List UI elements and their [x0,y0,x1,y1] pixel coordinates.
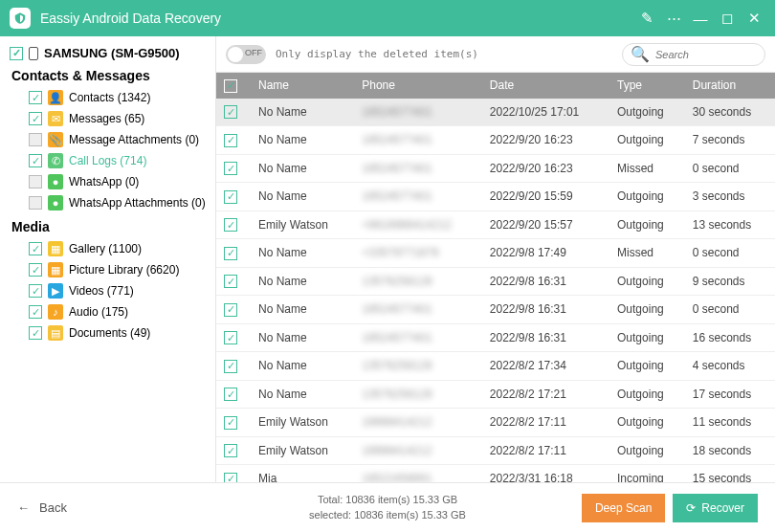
deep-scan-button[interactable]: Deep Scan [582,494,665,522]
cell-type: Outgoing [609,211,685,239]
cell-date: 2022/8/2 17:11 [482,436,609,465]
select-all-checkbox[interactable] [224,79,237,93]
item-label: Gallery (1100) [69,242,142,255]
category-icon: ✆ [48,153,63,168]
row-checkbox[interactable] [224,105,237,119]
table-row[interactable]: No Name185245774012022/9/8 16:31Outgoing… [216,323,775,352]
cell-name: Emily Watson [251,211,354,239]
sidebar-item[interactable]: ▤Documents (49) [10,322,210,344]
cell-phone: 18988414212 [354,436,482,465]
sidebar-item[interactable]: ♪Audio (175) [10,301,210,322]
table-row[interactable]: No Name135762581282022/8/2 17:34Outgoing… [216,352,775,381]
item-checkbox[interactable] [29,175,42,188]
item-checkbox[interactable] [29,326,42,340]
cell-duration: 30 seconds [685,99,775,126]
row-checkbox[interactable] [224,247,237,260]
sidebar-item[interactable]: 📎Message Attachments (0) [10,129,210,150]
sidebar-item[interactable]: 👤Contacts (1342) [10,87,210,108]
item-checkbox[interactable] [29,196,42,210]
titlebar: Eassiy Android Data Recovery ✎ ⋯ — ◻ ✕ [0,0,775,36]
cell-type: Outgoing [609,436,685,465]
row-checkbox[interactable] [224,416,237,430]
device-name: SAMSUNG (SM-G9500) [44,46,180,60]
row-checkbox[interactable] [224,360,237,373]
row-checkbox[interactable] [224,444,237,457]
column-header[interactable]: Date [482,73,609,99]
cell-duration: 18 seconds [685,436,775,465]
item-label: Messages (65) [69,112,144,125]
close-button[interactable]: ✕ [742,7,765,30]
table-scroll[interactable]: NamePhoneDateTypeDuration No Name1852457… [216,73,775,532]
cell-type: Outgoing [609,267,685,296]
sidebar-item[interactable]: ●WhatsApp (0) [10,171,210,192]
row-checkbox[interactable] [224,218,237,232]
column-header[interactable]: Name [251,73,354,99]
maximize-button[interactable]: ◻ [716,7,739,30]
item-checkbox[interactable] [29,154,42,167]
cell-date: 2022/9/8 16:31 [482,296,609,324]
table-row[interactable]: No Name185245774012022/9/20 16:23Outgoin… [216,126,775,155]
main-panel: OFF Only display the deleted item(s) 🔍 N… [215,36,775,532]
toggle-state: OFF [245,48,262,57]
cell-name: No Name [251,380,354,409]
sidebar-item[interactable]: ▶Videos (771) [10,280,210,301]
column-header[interactable]: Duration [685,73,775,99]
sidebar-item[interactable]: ▦Picture Library (6620) [10,259,210,280]
sidebar-item[interactable]: ●WhatsApp Attachments (0) [10,192,210,213]
category-icon: 📎 [48,132,63,147]
table-row[interactable]: No Name185245774012022/10/25 17:01Outgoi… [216,99,775,126]
device-row[interactable]: SAMSUNG (SM-G9500) [10,46,210,60]
device-checkbox[interactable] [10,47,23,60]
cell-phone: 18524577401 [354,323,482,352]
cell-date: 2022/9/8 16:31 [482,267,609,296]
item-label: Audio (175) [69,305,128,319]
sidebar: SAMSUNG (SM-G9500) Contacts & Messages👤C… [0,36,215,532]
table-row[interactable]: Emily Watson189884142122022/8/2 17:11Out… [216,436,775,465]
back-button[interactable]: ← Back [17,500,67,515]
sidebar-item[interactable]: ✉Messages (65) [10,108,210,129]
row-checkbox[interactable] [224,331,237,344]
table-row[interactable]: No Name135762581282022/8/2 17:21Outgoing… [216,380,775,409]
sidebar-item[interactable]: ✆Call Logs (714) [10,150,210,171]
cell-name: No Name [251,296,354,324]
item-checkbox[interactable] [29,284,42,298]
back-label: Back [39,500,67,515]
cell-type: Missed [609,154,685,183]
row-checkbox[interactable] [224,134,237,147]
item-checkbox[interactable] [29,91,42,104]
item-checkbox[interactable] [29,263,42,277]
item-checkbox[interactable] [29,133,42,146]
row-checkbox[interactable] [224,303,237,317]
table-row[interactable]: No Name185245774012022/9/20 16:23Missed0… [216,154,775,183]
category-icon: ✉ [48,111,63,126]
table-row[interactable]: Emily Watson189884142122022/8/2 17:11Out… [216,409,775,437]
recover-button[interactable]: ⟳ Recover [673,494,758,522]
row-checkbox[interactable] [224,162,237,175]
cell-duration: 7 seconds [685,126,775,155]
table-row[interactable]: No Name185245774012022/9/8 16:31Outgoing… [216,296,775,324]
item-checkbox[interactable] [29,242,42,255]
category-icon: ● [48,174,63,189]
cell-duration: 0 second [685,239,775,268]
cell-date: 2022/9/8 17:49 [482,239,609,268]
row-checkbox[interactable] [224,275,237,288]
feedback-icon[interactable]: ✎ [635,7,658,30]
column-header[interactable]: Type [609,73,685,99]
message-icon[interactable]: ⋯ [662,7,685,30]
table-row[interactable]: Emily Watson+86189884142122022/9/20 15:5… [216,211,775,239]
item-checkbox[interactable] [29,305,42,319]
cell-name: No Name [251,183,354,211]
item-checkbox[interactable] [29,112,42,125]
search-box[interactable]: 🔍 [622,43,765,66]
table-row[interactable]: No Name135762581282022/9/8 16:31Outgoing… [216,267,775,296]
row-checkbox[interactable] [224,190,237,204]
search-input[interactable] [655,49,775,60]
row-checkbox[interactable] [224,388,237,401]
column-header[interactable]: Phone [354,73,482,99]
minimize-button[interactable]: — [689,7,712,30]
deleted-only-toggle[interactable]: OFF [226,45,266,64]
table-row[interactable]: No Name+335797718782022/9/8 17:49Missed0… [216,239,775,268]
cell-phone: 18524577401 [354,99,482,126]
sidebar-item[interactable]: ▦Gallery (1100) [10,238,210,259]
table-row[interactable]: No Name185245774012022/9/20 15:59Outgoin… [216,183,775,211]
